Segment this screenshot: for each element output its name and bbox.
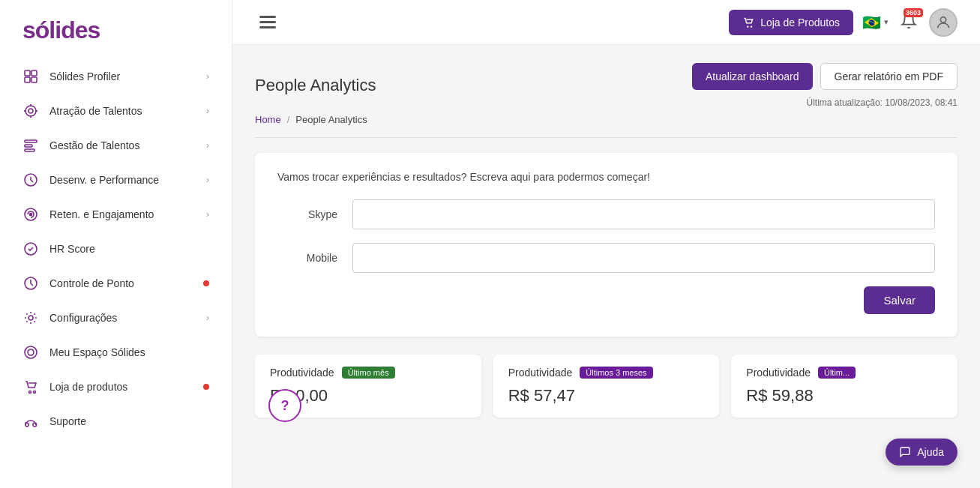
save-button[interactable]: Salvar bbox=[864, 286, 935, 314]
page-actions: Atualizar dashboard Gerar relatório em P… bbox=[692, 63, 958, 108]
chevron-right-icon: › bbox=[206, 71, 209, 82]
chevron-right-icon: › bbox=[206, 313, 209, 323]
generate-report-button[interactable]: Gerar relatório em PDF bbox=[820, 63, 958, 90]
sidebar-item-label: Controle de Ponto bbox=[49, 277, 199, 289]
question-mark-label: ? bbox=[281, 398, 289, 414]
hamburger-line bbox=[259, 26, 276, 28]
desenv-icon bbox=[22, 172, 39, 188]
update-dashboard-button[interactable]: Atualizar dashboard bbox=[692, 63, 813, 90]
notifications-button[interactable]: 3603 bbox=[898, 10, 920, 34]
svg-point-5 bbox=[28, 109, 33, 113]
sidebar-item-suporte[interactable]: Suporte bbox=[0, 404, 232, 439]
breadcrumb-separator: / bbox=[287, 114, 290, 125]
svg-rect-0 bbox=[25, 70, 30, 76]
svg-rect-2 bbox=[25, 77, 30, 82]
page-title: People Analytics bbox=[255, 76, 376, 95]
sidebar-item-config[interactable]: Configurações › bbox=[0, 301, 232, 335]
sidebar: sólides Sólides Profiler › bbox=[0, 0, 232, 488]
atracao-icon bbox=[22, 103, 39, 119]
mobile-label: Mobile bbox=[277, 252, 337, 264]
svg-point-20 bbox=[29, 391, 31, 394]
breadcrumb-home[interactable]: Home bbox=[255, 114, 281, 125]
svg-point-21 bbox=[34, 391, 36, 394]
svg-point-18 bbox=[28, 349, 34, 355]
suporte-icon bbox=[22, 413, 39, 430]
cart-icon bbox=[742, 16, 754, 28]
form-actions: Salvar bbox=[277, 286, 935, 314]
sidebar-item-loja[interactable]: Loja de produtos bbox=[0, 370, 232, 404]
menu-toggle-button[interactable] bbox=[255, 11, 280, 33]
loja-icon bbox=[22, 379, 39, 395]
svg-point-17 bbox=[28, 316, 33, 320]
svg-rect-11 bbox=[25, 145, 32, 147]
reten-icon bbox=[22, 206, 39, 223]
breadcrumb-current: People Analytics bbox=[295, 114, 367, 125]
action-buttons: Atualizar dashboard Gerar relatório em P… bbox=[692, 63, 958, 90]
card-value: R$ 57,47 bbox=[508, 386, 705, 406]
ponto-icon bbox=[22, 275, 39, 292]
badge-last-month: Último mês bbox=[342, 367, 395, 379]
sidebar-item-label: Suporte bbox=[49, 415, 209, 427]
sidebar-item-label: Atração de Talentos bbox=[49, 105, 206, 117]
gestao-icon bbox=[22, 137, 39, 154]
card-header: Produtividade Últim... bbox=[746, 367, 943, 379]
sidebar-item-label: Desenv. e Performance bbox=[49, 174, 206, 186]
card-last-3months: Produtividade Últimos 3 meses R$ 57,47 bbox=[493, 355, 720, 418]
productivity-cards: Produtividade Último mês R$ 0,00 Produti… bbox=[255, 355, 958, 418]
chevron-down-icon: ▾ bbox=[884, 17, 889, 27]
skype-input[interactable] bbox=[352, 199, 935, 229]
sidebar-item-ponto[interactable]: Controle de Ponto bbox=[0, 266, 232, 301]
card-title: Produtividade bbox=[508, 367, 573, 379]
chevron-right-icon: › bbox=[206, 175, 209, 185]
sidebar-item-label: Reten. e Engajamento bbox=[49, 208, 206, 220]
skype-label: Skype bbox=[277, 208, 337, 220]
profiler-icon bbox=[22, 68, 39, 85]
chat-icon bbox=[899, 446, 911, 458]
last-update-text: Última atualização: 10/08/2023, 08:41 bbox=[807, 97, 958, 108]
nav-menu: Sólides Profiler › Atração de Talentos › bbox=[0, 59, 232, 488]
sidebar-item-label: HR Score bbox=[49, 243, 209, 255]
svg-point-19 bbox=[25, 346, 37, 358]
main-content: Loja de Produtos 🇧🇷 ▾ 3603 bbox=[232, 0, 980, 488]
mobile-row: Mobile bbox=[277, 243, 935, 273]
sidebar-item-desenv[interactable]: Desenv. e Performance › bbox=[0, 163, 232, 197]
chevron-right-icon: › bbox=[206, 209, 209, 220]
sidebar-item-label: Sólides Profiler bbox=[49, 70, 206, 82]
sidebar-item-profiler[interactable]: Sólides Profiler › bbox=[0, 59, 232, 94]
help-fab-button[interactable]: Ajuda bbox=[886, 439, 958, 466]
chevron-right-icon: › bbox=[206, 106, 209, 116]
svg-point-23 bbox=[751, 25, 752, 27]
notification-dot bbox=[203, 384, 209, 390]
hamburger-line bbox=[259, 16, 276, 18]
config-icon bbox=[22, 310, 39, 326]
hamburger-line bbox=[259, 21, 276, 23]
language-selector[interactable]: 🇧🇷 ▾ bbox=[862, 13, 889, 31]
mobile-input[interactable] bbox=[352, 243, 935, 273]
loja-produtos-button[interactable]: Loja de Produtos bbox=[729, 10, 853, 35]
sidebar-item-atracao[interactable]: Atração de Talentos › bbox=[0, 94, 232, 128]
svg-point-24 bbox=[940, 16, 946, 22]
espaco-icon bbox=[22, 344, 39, 361]
badge-3months: Últimos 3 meses bbox=[580, 367, 652, 379]
sidebar-item-espaco[interactable]: Meu Espaço Sólides bbox=[0, 335, 232, 370]
sidebar-item-gestao[interactable]: Gestão de Talentos › bbox=[0, 128, 232, 163]
notification-dot bbox=[203, 280, 209, 286]
top-header: Loja de Produtos 🇧🇷 ▾ 3603 bbox=[232, 0, 980, 45]
sidebar-item-label: Gestão de Talentos bbox=[49, 139, 206, 151]
sidebar-item-hrscore[interactable]: HR Score bbox=[0, 232, 232, 266]
card-title: Produtividade bbox=[270, 367, 334, 379]
svg-rect-3 bbox=[31, 77, 37, 82]
user-avatar-button[interactable] bbox=[929, 8, 958, 37]
help-question-bubble[interactable]: ? bbox=[268, 389, 301, 422]
card-header: Produtividade Últimos 3 meses bbox=[508, 367, 705, 379]
badge-other: Últim... bbox=[818, 367, 856, 379]
logo: sólides bbox=[0, 7, 232, 59]
help-btn-label: Ajuda bbox=[917, 446, 944, 458]
svg-point-22 bbox=[747, 25, 748, 27]
logo-text: sólides bbox=[22, 16, 100, 43]
contact-form-card: Vamos trocar experiências e resultados? … bbox=[255, 153, 958, 337]
svg-rect-10 bbox=[25, 140, 37, 142]
sidebar-item-reten[interactable]: Reten. e Engajamento › bbox=[0, 197, 232, 232]
skype-row: Skype bbox=[277, 199, 935, 229]
svg-rect-1 bbox=[31, 70, 37, 76]
